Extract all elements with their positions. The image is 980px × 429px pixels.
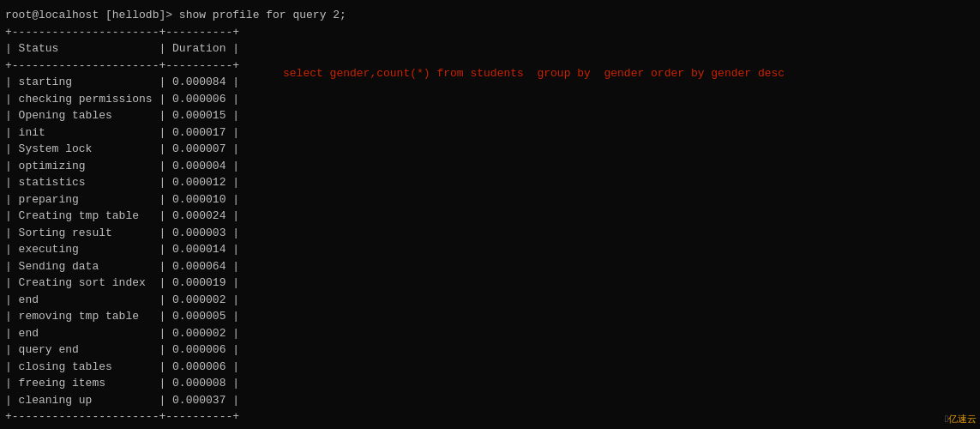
table-row: | end | 0.000002 |	[5, 325, 975, 342]
table-row: | Opening tables | 0.000015 |	[5, 107, 975, 124]
table-row: | cleaning up | 0.000037 |	[5, 392, 975, 409]
table-row: | closing tables | 0.000006 |	[5, 359, 975, 376]
separator-bottom: +----------------------+----------+	[5, 408, 975, 426]
watermark: 亿速云	[945, 413, 977, 426]
sql-query: select gender,count(*) from students gro…	[283, 67, 785, 80]
table-row: | removing tmp table | 0.000005 |	[5, 308, 975, 325]
separator-top: +----------------------+----------+	[5, 24, 975, 41]
table-row: | statistics | 0.000012 |	[5, 174, 975, 191]
table-row: | query end | 0.000006 |	[5, 341, 975, 359]
table-row: | optimizing | 0.000004 |	[5, 158, 975, 175]
table-row: | Sorting result | 0.000003 |	[5, 225, 975, 242]
footer-text: 20 rows in set, 1 warning (0.00 sec)	[5, 426, 975, 430]
table-row: | Creating sort index | 0.000019 |	[5, 275, 975, 292]
table-row: | freeing items | 0.000008 |	[5, 375, 975, 392]
table-row: | Sending data | 0.000064 |	[5, 258, 975, 275]
prompt-line: root@localhost [hellodb]> show profile f…	[5, 7, 975, 24]
table-row: | checking permissions | 0.000006 |	[5, 91, 975, 108]
terminal: root@localhost [hellodb]> show profile f…	[0, 0, 980, 429]
table-row: | end | 0.000002 |	[5, 292, 975, 309]
table-row: | System lock | 0.000007 |	[5, 141, 975, 158]
table-row: | init | 0.000017 |	[5, 124, 975, 142]
table-row: | executing | 0.000014 |	[5, 241, 975, 258]
table-row: | Creating tmp table | 0.000024 |	[5, 208, 975, 225]
table-header: | Status | Duration |	[5, 40, 975, 57]
table-body: | starting | 0.000084 || checking permis…	[5, 74, 975, 408]
table-row: | preparing | 0.000010 |	[5, 191, 975, 208]
